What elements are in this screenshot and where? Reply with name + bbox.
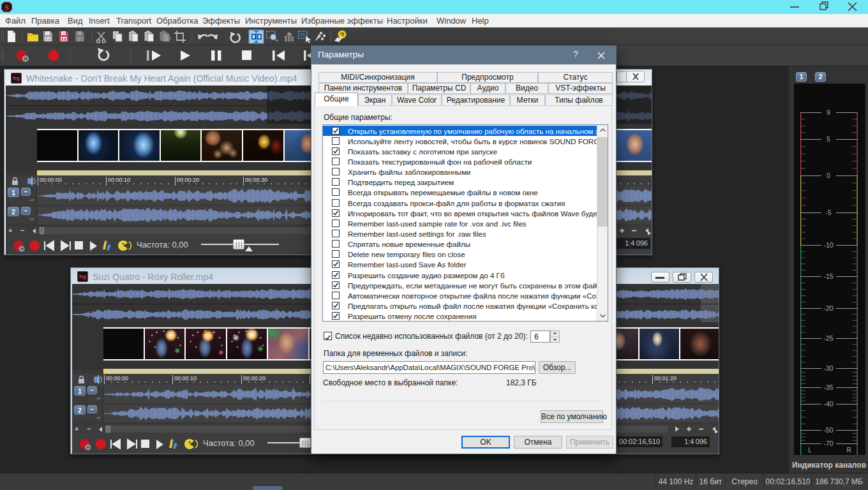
svg-text:-50: -50 bbox=[823, 426, 833, 434]
svg-text:-35: -35 bbox=[823, 383, 833, 391]
svg-text:9: 9 bbox=[827, 108, 830, 116]
svg-text:-20: -20 bbox=[823, 304, 833, 312]
svg-text:L: L bbox=[808, 447, 812, 454]
svg-text:-10: -10 bbox=[823, 241, 833, 249]
svg-text:-30: -30 bbox=[823, 364, 833, 372]
svg-text:R: R bbox=[846, 447, 851, 454]
svg-text:S: S bbox=[4, 3, 9, 12]
svg-text:-5: -5 bbox=[825, 209, 831, 216]
svg-text:-25: -25 bbox=[823, 334, 833, 342]
svg-text:5: 5 bbox=[827, 135, 830, 143]
svg-text:0: 0 bbox=[827, 172, 830, 179]
svg-text:-70: -70 bbox=[823, 440, 833, 447]
svg-text:-40: -40 bbox=[823, 400, 833, 408]
svg-text:-15: -15 bbox=[823, 272, 833, 280]
